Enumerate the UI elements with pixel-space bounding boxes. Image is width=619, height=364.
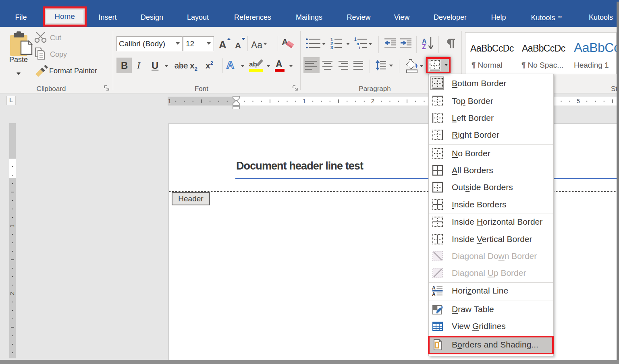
svg-text:i: i	[359, 46, 360, 50]
svg-text:1: 1	[354, 37, 357, 41]
svg-text:2: 2	[9, 292, 15, 295]
svg-text:a: a	[357, 41, 359, 46]
svg-text:1: 1	[9, 224, 15, 228]
svg-text:5: 5	[577, 97, 580, 104]
svg-text:A: A	[282, 37, 288, 47]
svg-text:1: 1	[303, 97, 306, 104]
svg-text:A: A	[219, 39, 226, 51]
svg-text:Z: Z	[422, 43, 426, 50]
svg-text:1: 1	[168, 97, 171, 104]
svg-text:A: A	[432, 285, 436, 291]
svg-text:3: 3	[330, 45, 333, 50]
svg-text:2: 2	[371, 97, 374, 104]
svg-text:A: A	[432, 292, 436, 297]
svg-text:Aa: Aa	[251, 40, 262, 50]
svg-text:A: A	[235, 41, 241, 50]
